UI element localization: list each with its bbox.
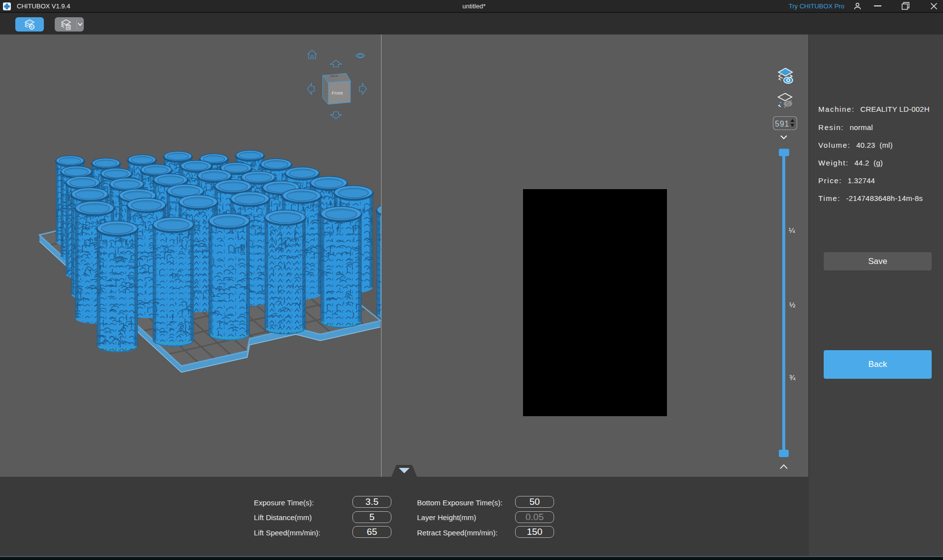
svg-text:¼: ¼ <box>789 226 795 234</box>
svg-text:Front: Front <box>332 90 343 96</box>
svg-text:Back: Back <box>330 74 338 78</box>
svg-text:¾: ¾ <box>789 373 796 382</box>
svg-text:591: 591 <box>775 120 789 128</box>
svg-text:½: ½ <box>789 300 796 309</box>
